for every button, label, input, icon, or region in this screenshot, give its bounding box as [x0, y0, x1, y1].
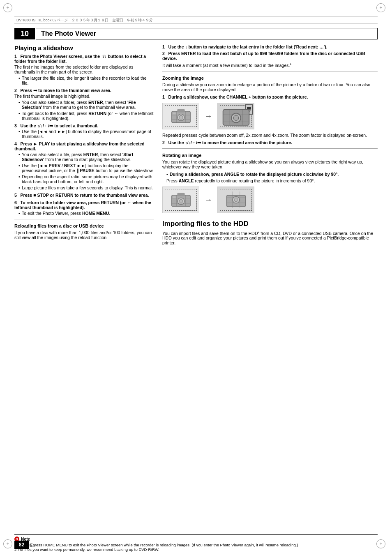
camera-svg-after [220, 104, 252, 127]
corner-mark-tr [376, 3, 389, 16]
rotate-image-row: → [162, 187, 378, 213]
step-5-header: 5 Press ■ STOP or RETURN to return to th… [14, 193, 154, 198]
page-lang: En [30, 543, 35, 548]
import-body: You can import files and save them on to… [162, 230, 378, 246]
step-3-bullets: Use the |◄◄ and ►►| buttons to display t… [14, 129, 154, 139]
section-title-slideshow: Playing a slideshow [14, 44, 154, 51]
rotate-bullet-1: During a slideshow, press ANGLE to rotat… [166, 172, 378, 177]
content-area: Playing a slideshow 1 From the Photo Vie… [14, 44, 378, 532]
step-2-body: The first thumbnail image is highlighted… [14, 94, 154, 99]
reload-title: Reloading files from a disc or USB devic… [14, 223, 154, 228]
zoom-image-before [162, 103, 199, 129]
step-4-bullet-1: You can also select a file, press ENTER,… [18, 152, 154, 162]
zoom-body: During a slideshow you can zoom in to en… [162, 82, 378, 92]
note-text-1: 1.You can press HOME MENU to exit the Ph… [14, 543, 378, 547]
step-6: 6 To return to the folder view area, pre… [14, 200, 154, 216]
step-3-bullet-1: Use the |◄◄ and ►►| buttons to display t… [18, 129, 154, 139]
step-4-bullet-2: Use the |◄◄ PREV / NEXT ►►| buttons to d… [18, 163, 154, 173]
rotate-arrow: → [204, 195, 212, 205]
rotate-bullets: During a slideshow, press ANGLE to rotat… [162, 172, 378, 177]
chapter-title-container: The Photo Viewer [36, 28, 378, 39]
rotate-image-after [217, 187, 254, 213]
step-2: 2 Press ➡ to move to the thumbnail view … [14, 88, 154, 121]
rotate-image-before [162, 187, 199, 213]
right-step-2-header: 2 Press ENTER to load the next batch of … [162, 51, 378, 61]
step-1-bullet-1: The larger the file size, the longer it … [18, 76, 154, 85]
corner-mark-bl [3, 539, 16, 552]
step-2-bullets: You can also select a folder, press ENTE… [14, 100, 154, 121]
zoom-image-row: → [162, 103, 378, 129]
step-1-body: The first nine images from the selected … [14, 64, 154, 74]
rotate-angle-note: Press ANGLE repeatedly to continue rotat… [162, 178, 378, 183]
step-5: 5 Press ■ STOP or RETURN to return to th… [14, 193, 154, 198]
note-area: N Note 1.You can press HOME MENU to exit… [14, 534, 378, 555]
step-2-header: 2 Press ➡ to move to the thumbnail view … [14, 88, 154, 93]
chapter-title: The Photo Viewer [41, 30, 96, 37]
zoom-title: Zooming the image [162, 76, 378, 81]
chapter-number: 10 [14, 28, 35, 39]
header-file-info: DVR630HS_RL.book 82ページ ２００５年３月１８日 金曜日 午前… [16, 18, 153, 23]
corner-mark-tl [3, 3, 16, 16]
step-4-bullet-4: Large picture files may take a few secon… [18, 185, 154, 190]
step-4: 4 Press ► PLAY to start playing a slides… [14, 141, 154, 190]
note-title: N Note [14, 537, 378, 541]
rotate-title: Rotating an image [162, 153, 378, 158]
note-text-2: 2.For files you want to keep permanently… [14, 547, 378, 552]
zoom-step-1: 1 During a slideshow, use the CHANNEL + … [162, 94, 378, 99]
step-1-bullets: The larger the file size, the longer it … [14, 76, 154, 85]
step-3-header: 3 Use the ↑/↓/←/➡ to select a thumbnail. [14, 123, 154, 128]
rotate-lines-before [165, 189, 197, 211]
footnote-ref-2: 2 [258, 230, 260, 233]
step-2-bullet-1: You can also select a folder, press ENTE… [18, 100, 154, 110]
step-1: 1 From the Photo Viewer screen, use the … [14, 54, 154, 85]
divider-zoom [162, 71, 378, 71]
left-column: Playing a slideshow 1 From the Photo Vie… [14, 44, 154, 532]
step-3: 3 Use the ↑/↓/←/➡ to select a thumbnail.… [14, 123, 154, 139]
reload-body: If you have a disc with more than 1,000 … [14, 230, 154, 240]
rotate-body: You can rotate the displayed picture dur… [162, 159, 378, 169]
step-1-header: 1 From the Photo Viewer screen, use the … [14, 54, 154, 64]
zoom-image-after [217, 103, 254, 129]
camera-svg-rotate-after [225, 191, 247, 209]
zoom-step-2: 2 Use the ↑/↓/←/➡ to move the zoomed are… [162, 140, 378, 145]
step-6-header: 6 To return to the folder view area, pre… [14, 200, 154, 210]
header-bar: DVR630HS_RL.book 82ページ ２００５年３月１８日 金曜日 午前… [14, 16, 378, 24]
step-2-bullet-2: To get back to the folder list, press RE… [18, 111, 154, 121]
right-column: 1 Use the ↓ button to navigate to the la… [162, 44, 378, 532]
right-step-1: 1 Use the ↓ button to navigate to the la… [162, 44, 378, 49]
corner-mark-br [376, 539, 389, 552]
step-6-bullets: To exit the Photo Viewer, press HOME MEN… [14, 211, 154, 216]
page-number: 82 [14, 541, 29, 549]
import-title: Importing files to the HDD [162, 220, 378, 228]
zoom-repeat-note: Repeated presses cycle between zoom off,… [162, 133, 378, 138]
right-step-2-body: It will take a moment (at most a few min… [162, 62, 378, 68]
divider-reload [14, 219, 154, 219]
step-4-bullets: You can also select a file, press ENTER,… [14, 152, 154, 190]
zoom-lines-decoration [165, 105, 197, 127]
zoom-arrow: → [204, 111, 212, 121]
divider-rotate [162, 148, 378, 149]
step-4-bullet-3: Depending on the aspect ratio, some pict… [18, 174, 154, 184]
step-6-bullet-1: To exit the Photo Viewer, press HOME MEN… [18, 211, 154, 216]
footnote-ref-1: 1 [290, 62, 291, 65]
svg-point-11 [233, 115, 239, 121]
step-4-header: 4 Press ► PLAY to start playing a slides… [14, 141, 154, 151]
